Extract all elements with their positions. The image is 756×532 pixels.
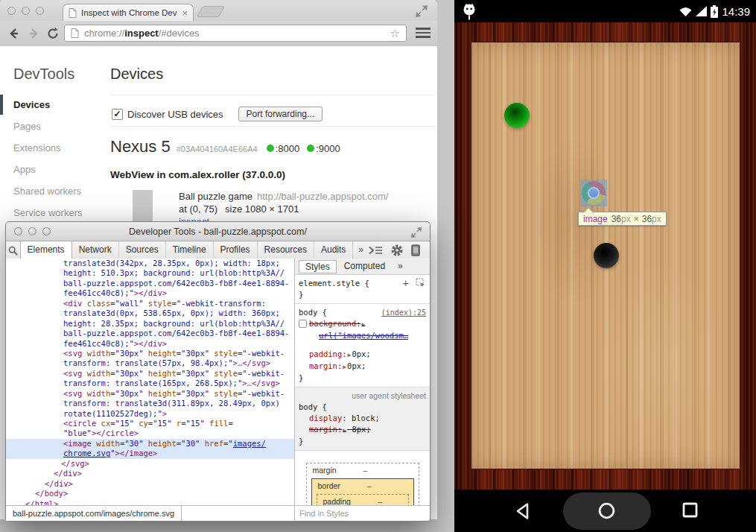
sidebar-item-extensions[interactable]: Extensions xyxy=(0,137,110,159)
port-status-icon xyxy=(307,145,314,152)
code-line[interactable]: <svg width="30px" height="30px" style="-… xyxy=(6,389,294,399)
code-line[interactable]: transform: translate(165px, 268.5px);">…… xyxy=(6,379,294,388)
tab-title: Inspect with Chrome Devel xyxy=(81,8,177,17)
device-mode-icon[interactable] xyxy=(411,244,420,256)
code-line[interactable]: "blue"></circle> xyxy=(6,428,294,438)
forward-icon[interactable] xyxy=(27,27,40,40)
url-bar[interactable]: chrome://inspect/#devices ☆ xyxy=(64,25,407,42)
code-line[interactable]: translate3d(0px, 538.65px, 0px); width: … xyxy=(6,308,294,318)
tab-elements[interactable]: Elements xyxy=(21,241,72,259)
tab-resources[interactable]: Resources xyxy=(258,241,314,259)
reload-icon[interactable] xyxy=(46,27,60,40)
property-padding[interactable]: padding:▶0px; xyxy=(299,349,426,361)
tab-sources[interactable]: Sources xyxy=(119,241,166,259)
expand-window-icon[interactable] xyxy=(415,4,428,18)
code-line[interactable]: height: 28.35px; background: url(blob:ht… xyxy=(6,319,294,329)
styles-tab-styles[interactable]: Styles xyxy=(299,260,337,273)
browser-toolbar: chrome://inspect/#devices ☆ xyxy=(0,21,437,47)
browser-tab[interactable]: Inspect with Chrome Devel × xyxy=(63,4,194,21)
code-line[interactable]: </div> xyxy=(6,479,294,489)
box-model-margin[interactable]: margin– border– padding– 360 × 0 xyxy=(306,463,419,506)
nav-home-icon[interactable] xyxy=(598,502,615,519)
code-line[interactable]: fee461cc40c8);"></div> xyxy=(6,339,294,349)
tab-audits[interactable]: Audits xyxy=(314,241,353,259)
styles-tab-computed[interactable]: Computed xyxy=(338,260,391,273)
minimize-window-button[interactable] xyxy=(22,7,30,15)
code-line[interactable]: translate3d(342px, 28.35px, 0px); width:… xyxy=(6,259,294,268)
sidebar-item-shared-workers[interactable]: Shared workers xyxy=(0,180,110,202)
sidebar-item-pages[interactable]: Pages xyxy=(0,115,110,137)
devtools-tabs: ElementsNetworkSourcesTimelineProfilesRe… xyxy=(21,241,354,259)
property-checkbox[interactable] xyxy=(299,320,307,328)
gear-icon[interactable] xyxy=(391,244,403,256)
green-ball[interactable] xyxy=(504,103,530,128)
search-icon[interactable] xyxy=(6,241,21,259)
target-position: at (0, 75) xyxy=(179,203,217,215)
zoom-window-button[interactable] xyxy=(36,7,44,15)
code-line[interactable]: transform: translate3d(311.89px, 28.49px… xyxy=(6,399,294,408)
code-line[interactable]: </body> xyxy=(6,489,294,498)
code-line[interactable]: <circle cx="15" cy="15" r="15" fill= xyxy=(6,419,294,428)
inspect-element-icon[interactable] xyxy=(416,278,425,288)
devices-main: Devices ✓ Discover USB devices Port forw… xyxy=(110,46,436,230)
background-url-value[interactable]: url("images/woodsm… xyxy=(299,330,426,341)
code-line[interactable]: </svg> xyxy=(6,459,294,469)
rule-selector[interactable]: body { xyxy=(299,402,426,413)
close-window-button[interactable] xyxy=(14,227,22,235)
property-margin[interactable]: margin:▶0px; xyxy=(299,361,426,373)
console-icon[interactable] xyxy=(369,246,383,255)
nav-back-icon[interactable] xyxy=(515,502,530,520)
code-line[interactable]: rotate(11102527deg);"> xyxy=(6,409,294,419)
code-line[interactable]: </div> xyxy=(6,469,294,478)
port-forwarding-button[interactable]: Port forwarding... xyxy=(238,107,323,121)
rule-selector[interactable]: body { xyxy=(299,307,327,318)
add-property-icon[interactable]: + xyxy=(403,279,409,288)
sidebar-item-apps[interactable]: Apps xyxy=(0,159,110,180)
window-controls[interactable] xyxy=(7,7,44,15)
code-line[interactable]: ball-puzzle.appspot.com/642ec0b3-fb8f-4e… xyxy=(6,329,294,338)
devtools-titlebar[interactable]: Developer Tools - ball-puzzle.appspot.co… xyxy=(6,222,430,241)
code-line[interactable]: <svg width="30px" height="30px" style="-… xyxy=(6,369,294,379)
nav-recents-icon[interactable] xyxy=(682,502,698,518)
black-ball[interactable] xyxy=(594,243,619,268)
box-model-padding[interactable]: padding– 360 × 0 xyxy=(317,494,409,506)
minimize-window-button[interactable] xyxy=(28,227,36,235)
box-model-border[interactable]: border– padding– 360 × 0 xyxy=(311,478,414,506)
target-title: Ball puzzle game xyxy=(179,191,252,202)
menu-icon[interactable] xyxy=(416,28,431,38)
property-background[interactable]: background:▶ xyxy=(299,318,426,330)
code-line-selected[interactable]: <image width="30" height="30" href="imag… xyxy=(6,439,294,449)
element-style-section: + element.style { } xyxy=(295,275,430,304)
code-line-selected[interactable]: chrome.svg"></image> xyxy=(6,449,294,458)
tab-network[interactable]: Network xyxy=(72,241,119,259)
property-margin-overridden[interactable]: margin:▶ 8px; xyxy=(299,424,426,436)
close-window-button[interactable] xyxy=(7,7,16,15)
code-line[interactable]: <svg width="30px" height="30px" style="-… xyxy=(6,349,294,358)
find-in-styles-input[interactable]: Find in Styles xyxy=(294,506,430,521)
code-line[interactable]: <div class="wall" style="-webkit-transfo… xyxy=(6,299,294,308)
sidebar-item-devices[interactable]: Devices xyxy=(0,94,110,115)
code-line[interactable]: transform: translate(57px, 98.4px);">…</… xyxy=(6,358,294,368)
tabs-overflow-chevron[interactable]: » xyxy=(353,241,369,259)
expand-window-icon[interactable] xyxy=(410,227,422,238)
window-controls[interactable] xyxy=(14,227,51,235)
styles-overflow-chevron[interactable]: » xyxy=(393,259,408,275)
discover-usb-checkbox[interactable]: ✓ xyxy=(112,109,123,120)
inspected-image-element[interactable] xyxy=(580,180,607,206)
new-tab-button[interactable] xyxy=(197,6,225,17)
rule-source-link[interactable]: (index):25 xyxy=(381,307,426,318)
inspect-highlight-overlay xyxy=(580,180,607,206)
bookmark-star-icon[interactable]: ☆ xyxy=(390,27,400,40)
tab-close-icon[interactable]: × xyxy=(182,8,188,18)
zoom-window-button[interactable] xyxy=(42,227,51,235)
property-display[interactable]: display: block; xyxy=(299,413,426,424)
signal-icon xyxy=(696,6,707,16)
sidebar-item-service-workers[interactable]: Service workers xyxy=(0,202,110,224)
tab-profiles[interactable]: Profiles xyxy=(214,241,258,259)
code-line[interactable]: ball-puzzle.appspot.com/642ec0b3-fb8f-4e… xyxy=(6,279,294,288)
rule-close: } xyxy=(299,373,426,384)
back-icon[interactable] xyxy=(7,27,21,40)
tab-timeline[interactable]: Timeline xyxy=(166,241,214,259)
code-line[interactable]: fee461cc40c8);"></div> xyxy=(6,288,294,298)
code-line[interactable]: height: 510.3px; background: url(blob:ht… xyxy=(6,268,294,278)
